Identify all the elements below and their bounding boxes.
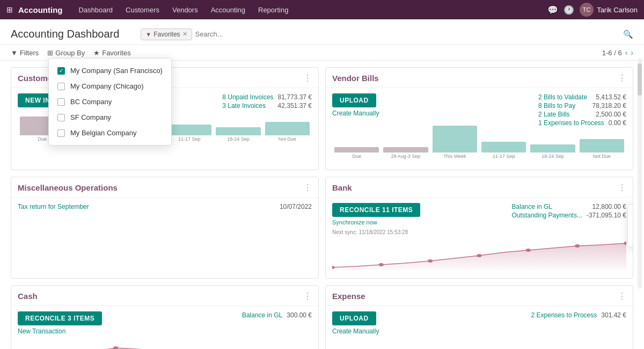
vendor-stat-expenses: 1 Expenses to Process 0.00 € (538, 119, 626, 127)
svg-point-3 (477, 254, 481, 257)
chat-icon[interactable]: 💬 (547, 5, 558, 15)
groupby-button[interactable]: ⊞ Group By (47, 49, 85, 57)
vendor-upload-button[interactable]: UPLOAD (332, 93, 376, 107)
bills-validate-link[interactable]: 2 Bills to Validate (538, 93, 587, 101)
groupby-label: Group By (55, 49, 85, 57)
expense-upload-button[interactable]: UPLOAD (332, 311, 376, 325)
prev-page-button[interactable]: ‹ (625, 48, 628, 57)
brand-label: Accounting (18, 5, 63, 14)
filters-button[interactable]: ▼ Filters (11, 49, 39, 57)
cash-line-chart (18, 340, 312, 349)
bank-header: Bank ⋮ (326, 177, 633, 198)
company-checkbox-0: ✓ (57, 67, 65, 75)
vendor-create-manually-link[interactable]: Create Manually (332, 110, 379, 117)
bills-late-link[interactable]: 2 Late Bills (538, 111, 570, 118)
bills-late-value: 2,500.00 € (596, 111, 626, 118)
cash-chart (18, 340, 312, 349)
cash-title: Cash (18, 292, 38, 301)
bar-11-17: 11-17 Sep (167, 125, 211, 142)
scrollbar-thumb[interactable] (638, 63, 642, 96)
company-item-3[interactable]: SF Company (49, 110, 171, 125)
company-checkbox-3 (57, 114, 65, 121)
nav-vendors[interactable]: Vendors (167, 4, 203, 16)
tax-return-link[interactable]: Tax return for September (18, 203, 89, 210)
company-item-1[interactable]: My Company (Chicago) (49, 78, 171, 94)
next-page-button[interactable]: › (631, 48, 633, 57)
company-item-4[interactable]: My Belgian Company (49, 125, 171, 141)
page-header: Accounting Dashboard ▼ Favorites ✕ 🔍 (0, 19, 644, 45)
expense-menu[interactable]: ⋮ (618, 291, 626, 301)
nav-dashboard[interactable]: Dashboard (74, 4, 119, 16)
company-label-3: SF Company (70, 113, 111, 121)
bank-menu[interactable]: ⋮ (618, 183, 626, 193)
vendor-bills-title: Vendor Bills (332, 74, 379, 83)
cash-card: Cash ⋮ RECONCILE 3 ITEMS New Transaction… (11, 285, 319, 349)
outstanding-value: -371,095.10 € (587, 212, 626, 219)
company-item-0[interactable]: ✓ My Company (San Francisco) (49, 63, 171, 78)
tax-return-row: Tax return for September 10/07/2022 (18, 203, 312, 210)
next-sync-label: Next sync: 11/18/2022 15:53:28 (332, 229, 408, 235)
new-transaction-link[interactable]: New Transaction (18, 328, 65, 335)
reconcile-cash-button[interactable]: RECONCILE 3 ITEMS (18, 311, 102, 325)
bills-pay-link[interactable]: 8 Bills to Pay (538, 102, 575, 110)
scrollbar-track (638, 58, 642, 289)
search-input[interactable] (195, 30, 620, 38)
pagination: 1-6 / 6 ‹ › (602, 48, 633, 57)
reconcile-bank-button[interactable]: RECONCILE 11 ITEMS (332, 203, 420, 217)
vendor-bills-stats: 2 Bills to Validate 5,413.52 € 8 Bills t… (538, 93, 626, 128)
vbar-11-17: 11-17 Sep (481, 142, 526, 159)
bank-sync-tooltip: Bank synchronization Synchronize now Nex… (627, 204, 633, 247)
bar-not-due: Not Due (265, 122, 310, 142)
favorites-button[interactable]: ★ Favorites (93, 49, 130, 57)
clock-icon[interactable]: 🕐 (564, 5, 574, 15)
cash-balance-gl-link[interactable]: Balance in GL (242, 311, 282, 319)
user-menu[interactable]: TC Tarik Carlson (580, 3, 638, 17)
bank-stat-gl: Balance in GL 12,800.00 € (512, 203, 626, 210)
late-invoices-link[interactable]: 3 Late Invoices (222, 102, 266, 110)
expenses-process-value2: 301.42 € (601, 311, 626, 319)
company-label-4: My Belgian Company (70, 129, 137, 137)
balance-gl-link[interactable]: Balance in GL (512, 203, 552, 210)
bank-stats: Balance in GL 12,800.00 € Outstanding Pa… (512, 203, 626, 220)
vendor-bills-menu[interactable]: ⋮ (618, 73, 626, 83)
bar-18-24-bar (216, 127, 260, 135)
outstanding-link[interactable]: Outstanding Payments... (512, 212, 582, 219)
favorites-label: Favorites (102, 49, 130, 57)
search-tag[interactable]: ▼ Favorites ✕ (141, 28, 192, 40)
nav-accounting[interactable]: Accounting (206, 4, 251, 16)
nav-customers[interactable]: Customers (120, 4, 165, 16)
bills-validate-value: 5,413.52 € (596, 93, 626, 101)
expenses-process-link2[interactable]: 2 Expenses to Process (531, 311, 597, 319)
bar-not-due-bar (265, 122, 310, 135)
unpaid-invoices-link[interactable]: 8 Unpaid Invoices (222, 93, 273, 101)
expense-create-manually-link[interactable]: Create Manually (332, 328, 379, 335)
search-tag-close[interactable]: ✕ (182, 31, 187, 38)
cash-balance-gl-value: 300.00 € (287, 311, 312, 319)
bank-chart (332, 241, 626, 273)
late-invoices-value: 42,351.37 € (278, 102, 312, 110)
search-button[interactable]: 🔍 (623, 30, 633, 39)
vendor-bar-chart: Due 28 Aug-3 Sep This Week 11-17 Se (332, 132, 626, 159)
sync-now-link[interactable]: Synchronize now (332, 219, 377, 226)
company-label-0: My Company (San Francisco) (70, 67, 163, 75)
nav-reporting[interactable]: Reporting (253, 4, 294, 16)
expenses-process-value: 0.00 € (609, 119, 626, 127)
expenses-process-link[interactable]: 1 Expenses to Process (538, 119, 604, 127)
cash-menu[interactable]: ⋮ (303, 291, 312, 301)
customer-invoices-menu[interactable]: ⋮ (303, 73, 312, 83)
vbar-not-due: Not Due (580, 139, 624, 159)
vbar-this-week: This Week (433, 126, 477, 159)
company-dropdown: ✓ My Company (San Francisco) My Company … (48, 58, 172, 146)
grid-icon[interactable]: ⊞ (6, 5, 13, 14)
cash-body: RECONCILE 3 ITEMS New Transaction Balanc… (11, 306, 318, 349)
company-label-2: BC Company (70, 98, 112, 106)
topnav: ⊞ Accounting Dashboard Customers Vendors… (0, 0, 644, 19)
company-checkbox-2 (57, 98, 65, 106)
svg-point-1 (379, 263, 384, 266)
company-item-2[interactable]: BC Company (49, 94, 171, 110)
svg-point-4 (526, 249, 531, 252)
misc-operations-menu[interactable]: ⋮ (303, 183, 312, 193)
bar-11-17-bar (167, 125, 211, 135)
vendor-bills-body: UPLOAD Create Manually 2 Bills to Valida… (326, 88, 633, 170)
page-title: Accounting Dashboard (11, 28, 119, 40)
